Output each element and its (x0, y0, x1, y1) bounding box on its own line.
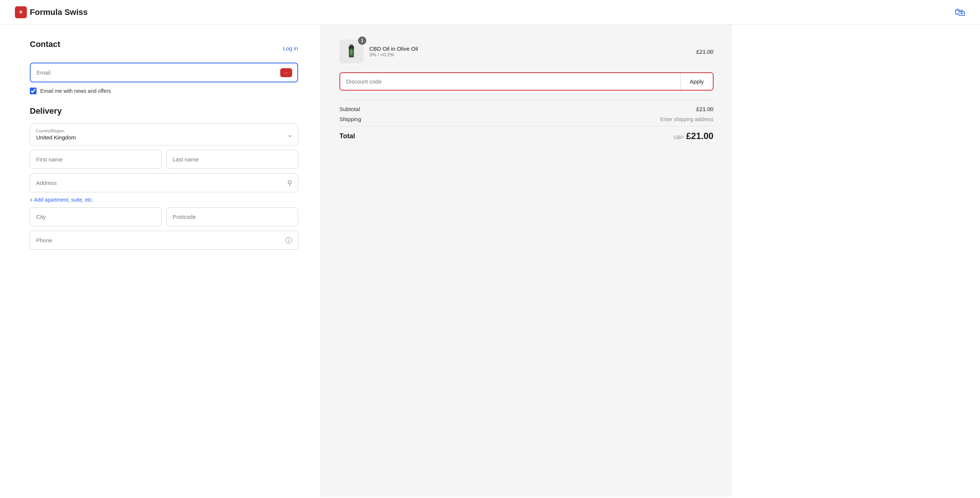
subtotal-value: £21.00 (697, 106, 714, 112)
product-name: CBD Oil in Olive Oil (369, 46, 690, 52)
shipping-row: Shipping Enter shipping address (339, 116, 714, 122)
subtotal-row: Subtotal £21.00 (339, 106, 714, 112)
svg-point-4 (350, 51, 353, 53)
city-postcode-row (30, 207, 298, 226)
discount-input[interactable] (340, 73, 681, 90)
city-field (30, 207, 162, 226)
search-icon: ⚲ (287, 179, 292, 187)
phone-wrap: ⓘ (30, 231, 298, 250)
postcode-input[interactable] (166, 207, 298, 226)
phone-input[interactable] (30, 231, 298, 250)
product-info: CBD Oil in Olive Oil 3% / <0.2% (369, 46, 690, 57)
logo-text: Formula Swiss (30, 8, 88, 17)
help-circle-icon: ⓘ (285, 236, 292, 245)
cart-icon: 🛍 (955, 6, 965, 18)
shipping-label: Shipping (339, 116, 361, 122)
logo: + Formula Swiss (15, 6, 88, 18)
total-label: Total (339, 132, 355, 140)
order-totals: Subtotal £21.00 Shipping Enter shipping … (339, 100, 714, 141)
newsletter-checkbox[interactable] (30, 88, 37, 94)
last-name-field (166, 150, 298, 169)
delivery-title: Delivery (30, 106, 298, 116)
quantity-badge: 1 (358, 37, 366, 45)
login-link[interactable]: Log in (283, 45, 298, 51)
shipping-value: Enter shipping address (660, 116, 713, 122)
add-apartment-link[interactable]: + Add apartment, suite, etc. (30, 197, 298, 203)
subtotal-label: Subtotal (339, 106, 360, 112)
email-input[interactable] (30, 63, 298, 83)
newsletter-label: Email me with news and offers (40, 88, 111, 94)
first-name-input[interactable] (30, 150, 162, 169)
delivery-section: Delivery Country/Region United Kingdom ⌄ (30, 106, 298, 250)
address-input[interactable] (30, 173, 298, 193)
header: + Formula Swiss 🛍 (0, 0, 980, 25)
total-row: Total GBP £21.00 (339, 126, 714, 141)
contact-header: Contact Log in (30, 40, 298, 57)
city-input[interactable] (30, 207, 162, 226)
name-row (30, 150, 298, 169)
logo-icon: + (15, 6, 27, 18)
product-variant: 3% / <0.2% (369, 52, 690, 57)
svg-rect-0 (350, 45, 353, 46)
product-image-wrap: 1 (339, 40, 363, 64)
contact-title: Contact (30, 40, 60, 49)
right-panel: 1 CBD Oil in Olive Oil 3% / <0.2% £21.00… (320, 25, 732, 496)
total-amount: £21.00 (686, 131, 713, 141)
country-label: Country/Region (30, 123, 70, 133)
apply-button[interactable]: Apply (681, 73, 713, 90)
postcode-field (166, 207, 298, 226)
product-price: £21.00 (697, 48, 714, 55)
email-input-wrap: ··· (30, 63, 298, 83)
order-item: 1 CBD Oil in Olive Oil 3% / <0.2% £21.00 (339, 40, 714, 64)
country-select-wrap: Country/Region United Kingdom ⌄ (30, 123, 298, 145)
total-currency: GBP (674, 135, 684, 140)
main-layout: Contact Log in ··· Email me with news an… (0, 25, 980, 496)
discount-wrap: Apply (339, 72, 714, 91)
email-dots-icon: ··· (280, 68, 292, 77)
address-wrap: ⚲ (30, 173, 298, 193)
first-name-field (30, 150, 162, 169)
last-name-input[interactable] (166, 150, 298, 169)
product-bottle-icon (344, 44, 359, 59)
total-value-wrap: GBP £21.00 (674, 131, 714, 141)
newsletter-row: Email me with news and offers (30, 88, 298, 94)
cart-button[interactable]: 🛍 (955, 6, 965, 18)
left-panel: Contact Log in ··· Email me with news an… (0, 25, 320, 496)
